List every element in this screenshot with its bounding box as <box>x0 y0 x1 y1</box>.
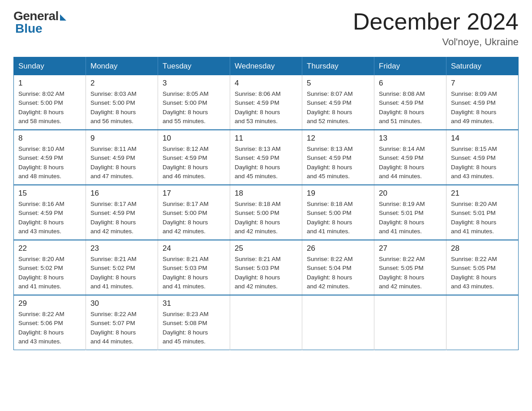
day-info: Sunrise: 8:05 AMSunset: 5:00 PMDaylight:… <box>163 90 225 126</box>
calendar-cell <box>230 295 302 350</box>
day-info: Sunrise: 8:11 AMSunset: 4:59 PMDaylight:… <box>90 145 153 181</box>
calendar-header-row: SundayMondayTuesdayWednesdayThursdayFrid… <box>14 57 519 76</box>
day-number: 24 <box>163 244 225 253</box>
day-number: 8 <box>18 134 81 143</box>
day-info: Sunrise: 8:14 AMSunset: 4:59 PMDaylight:… <box>379 145 442 181</box>
calendar-cell: 17Sunrise: 8:17 AMSunset: 5:00 PMDayligh… <box>158 185 230 240</box>
month-title: December 2024 <box>353 9 519 34</box>
calendar-cell: 18Sunrise: 8:18 AMSunset: 5:00 PMDayligh… <box>230 185 302 240</box>
day-number: 7 <box>451 79 514 88</box>
calendar-cell: 20Sunrise: 8:19 AMSunset: 5:01 PMDayligh… <box>374 185 446 240</box>
title-section: December 2024 Vol'noye, Ukraine <box>353 9 519 48</box>
day-number: 18 <box>235 189 297 198</box>
weekday-header-friday: Friday <box>374 57 446 76</box>
calendar-cell: 19Sunrise: 8:18 AMSunset: 5:00 PMDayligh… <box>302 185 374 240</box>
day-info: Sunrise: 8:16 AMSunset: 4:59 PMDaylight:… <box>18 200 81 236</box>
day-number: 20 <box>379 189 442 198</box>
day-number: 31 <box>163 299 225 308</box>
day-info: Sunrise: 8:22 AMSunset: 5:06 PMDaylight:… <box>18 310 81 346</box>
day-info: Sunrise: 8:22 AMSunset: 5:07 PMDaylight:… <box>90 310 153 346</box>
day-number: 17 <box>163 189 225 198</box>
day-info: Sunrise: 8:07 AMSunset: 4:59 PMDaylight:… <box>307 90 369 126</box>
calendar-cell: 4Sunrise: 8:06 AMSunset: 4:59 PMDaylight… <box>230 75 302 130</box>
day-info: Sunrise: 8:17 AMSunset: 4:59 PMDaylight:… <box>90 200 153 236</box>
weekday-header-monday: Monday <box>86 57 158 76</box>
calendar-cell: 24Sunrise: 8:21 AMSunset: 5:03 PMDayligh… <box>158 240 230 295</box>
day-info: Sunrise: 8:21 AMSunset: 5:03 PMDaylight:… <box>163 255 225 291</box>
location-label: Vol'noye, Ukraine <box>353 36 519 48</box>
calendar-cell <box>302 295 374 350</box>
day-number: 21 <box>451 189 514 198</box>
calendar-cell: 5Sunrise: 8:07 AMSunset: 4:59 PMDaylight… <box>302 75 374 130</box>
day-number: 28 <box>451 244 514 253</box>
day-number: 25 <box>235 244 297 253</box>
day-number: 12 <box>307 134 369 143</box>
calendar-week-row: 8Sunrise: 8:10 AMSunset: 4:59 PMDaylight… <box>14 130 519 185</box>
day-info: Sunrise: 8:22 AMSunset: 5:05 PMDaylight:… <box>379 255 442 291</box>
logo-triangle-icon <box>60 14 66 21</box>
weekday-header-thursday: Thursday <box>302 57 374 76</box>
weekday-header-wednesday: Wednesday <box>230 57 302 76</box>
weekday-header-sunday: Sunday <box>14 57 86 76</box>
calendar-cell: 25Sunrise: 8:21 AMSunset: 5:03 PMDayligh… <box>230 240 302 295</box>
calendar-cell: 3Sunrise: 8:05 AMSunset: 5:00 PMDaylight… <box>158 75 230 130</box>
weekday-header-tuesday: Tuesday <box>158 57 230 76</box>
day-number: 26 <box>307 244 369 253</box>
calendar-cell: 30Sunrise: 8:22 AMSunset: 5:07 PMDayligh… <box>86 295 158 350</box>
calendar-cell <box>374 295 446 350</box>
day-info: Sunrise: 8:22 AMSunset: 5:04 PMDaylight:… <box>307 255 369 291</box>
day-number: 2 <box>90 79 153 88</box>
calendar-table: SundayMondayTuesdayWednesdayThursdayFrid… <box>13 57 519 350</box>
calendar-cell: 13Sunrise: 8:14 AMSunset: 4:59 PMDayligh… <box>374 130 446 185</box>
day-number: 14 <box>451 134 514 143</box>
weekday-header-saturday: Saturday <box>446 57 519 76</box>
day-number: 6 <box>379 79 442 88</box>
day-number: 9 <box>90 134 153 143</box>
calendar-week-row: 15Sunrise: 8:16 AMSunset: 4:59 PMDayligh… <box>14 185 519 240</box>
calendar-cell: 21Sunrise: 8:20 AMSunset: 5:01 PMDayligh… <box>446 185 519 240</box>
calendar-cell: 31Sunrise: 8:23 AMSunset: 5:08 PMDayligh… <box>158 295 230 350</box>
logo: General Blue <box>13 9 66 36</box>
day-info: Sunrise: 8:10 AMSunset: 4:59 PMDaylight:… <box>18 145 81 181</box>
day-info: Sunrise: 8:22 AMSunset: 5:05 PMDaylight:… <box>451 255 514 291</box>
calendar-cell: 26Sunrise: 8:22 AMSunset: 5:04 PMDayligh… <box>302 240 374 295</box>
day-info: Sunrise: 8:12 AMSunset: 4:59 PMDaylight:… <box>163 145 225 181</box>
day-info: Sunrise: 8:08 AMSunset: 4:59 PMDaylight:… <box>379 90 442 126</box>
day-number: 4 <box>235 79 297 88</box>
calendar-cell: 23Sunrise: 8:21 AMSunset: 5:02 PMDayligh… <box>86 240 158 295</box>
calendar-cell: 8Sunrise: 8:10 AMSunset: 4:59 PMDaylight… <box>14 130 86 185</box>
day-number: 15 <box>18 189 81 198</box>
calendar-cell: 28Sunrise: 8:22 AMSunset: 5:05 PMDayligh… <box>446 240 519 295</box>
calendar-week-row: 22Sunrise: 8:20 AMSunset: 5:02 PMDayligh… <box>14 240 519 295</box>
calendar-cell: 9Sunrise: 8:11 AMSunset: 4:59 PMDaylight… <box>86 130 158 185</box>
day-number: 22 <box>18 244 81 253</box>
calendar-cell: 10Sunrise: 8:12 AMSunset: 4:59 PMDayligh… <box>158 130 230 185</box>
calendar-cell: 29Sunrise: 8:22 AMSunset: 5:06 PMDayligh… <box>14 295 86 350</box>
logo-blue-text: Blue <box>13 21 43 36</box>
day-info: Sunrise: 8:02 AMSunset: 5:00 PMDaylight:… <box>18 90 81 126</box>
day-number: 23 <box>90 244 153 253</box>
calendar-cell: 1Sunrise: 8:02 AMSunset: 5:00 PMDaylight… <box>14 75 86 130</box>
day-info: Sunrise: 8:06 AMSunset: 4:59 PMDaylight:… <box>235 90 297 126</box>
day-number: 10 <box>163 134 225 143</box>
day-info: Sunrise: 8:09 AMSunset: 4:59 PMDaylight:… <box>451 90 514 126</box>
day-number: 29 <box>18 299 81 308</box>
day-info: Sunrise: 8:03 AMSunset: 5:00 PMDaylight:… <box>90 90 153 126</box>
day-number: 3 <box>163 79 225 88</box>
day-info: Sunrise: 8:13 AMSunset: 4:59 PMDaylight:… <box>307 145 369 181</box>
day-info: Sunrise: 8:17 AMSunset: 5:00 PMDaylight:… <box>163 200 225 236</box>
calendar-cell: 2Sunrise: 8:03 AMSunset: 5:00 PMDaylight… <box>86 75 158 130</box>
day-number: 11 <box>235 134 297 143</box>
calendar-cell: 14Sunrise: 8:15 AMSunset: 4:59 PMDayligh… <box>446 130 519 185</box>
calendar-cell: 7Sunrise: 8:09 AMSunset: 4:59 PMDaylight… <box>446 75 519 130</box>
day-info: Sunrise: 8:20 AMSunset: 5:01 PMDaylight:… <box>451 200 514 236</box>
day-info: Sunrise: 8:21 AMSunset: 5:03 PMDaylight:… <box>235 255 297 291</box>
day-number: 19 <box>307 189 369 198</box>
day-info: Sunrise: 8:15 AMSunset: 4:59 PMDaylight:… <box>451 145 514 181</box>
calendar-cell: 11Sunrise: 8:13 AMSunset: 4:59 PMDayligh… <box>230 130 302 185</box>
day-number: 16 <box>90 189 153 198</box>
calendar-cell: 12Sunrise: 8:13 AMSunset: 4:59 PMDayligh… <box>302 130 374 185</box>
calendar-cell: 15Sunrise: 8:16 AMSunset: 4:59 PMDayligh… <box>14 185 86 240</box>
day-info: Sunrise: 8:23 AMSunset: 5:08 PMDaylight:… <box>163 310 225 346</box>
day-number: 5 <box>307 79 369 88</box>
